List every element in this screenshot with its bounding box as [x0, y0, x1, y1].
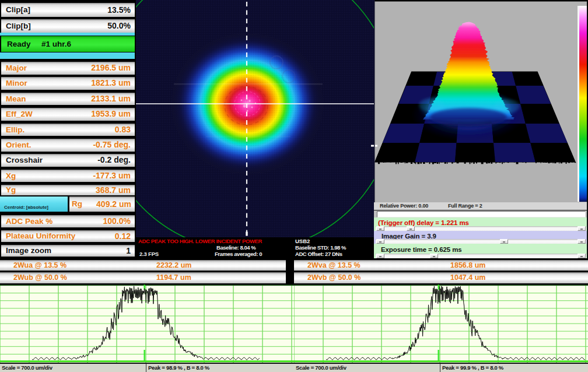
svg-text:Baseline: 8.04 %: Baseline: 8.04 %: [216, 244, 256, 251]
svg-text:Frames averaged: 0: Frames averaged: 0: [215, 251, 262, 257]
svg-text:USB2: USB2: [295, 238, 310, 244]
svg-text:Baseline STD: 1.98 %: Baseline STD: 1.98 %: [295, 244, 346, 251]
svg-text:ADC PEAK TOO HIGH. LOWER INCID: ADC PEAK TOO HIGH. LOWER INCIDENT POWER: [138, 238, 262, 244]
svg-text:2.3 FPS: 2.3 FPS: [139, 251, 159, 257]
svg-text:ADC Offset: 27 DNs: ADC Offset: 27 DNs: [295, 251, 342, 257]
